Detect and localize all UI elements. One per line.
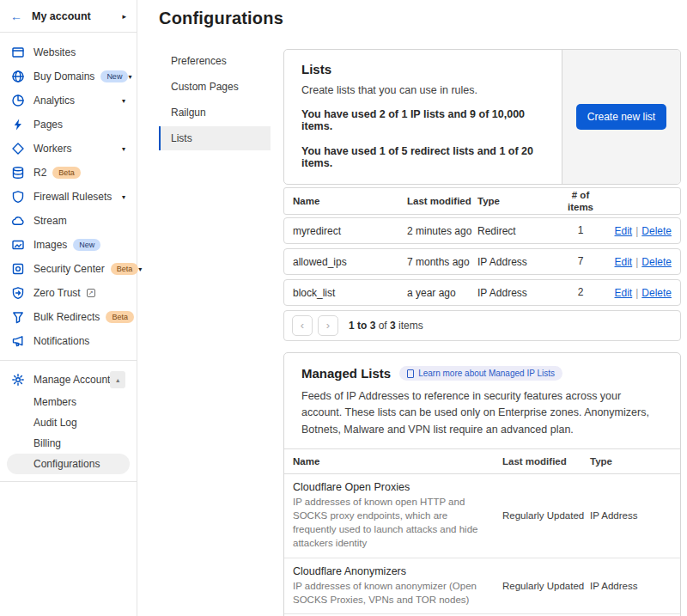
delete-link[interactable]: Delete (641, 256, 672, 268)
pages-icon (11, 118, 25, 131)
learn-more-link[interactable]: Learn more about Managed IP Lists (399, 366, 562, 381)
sidebar-item[interactable]: Stream (7, 209, 130, 233)
browser-icon (11, 46, 25, 59)
subnav-item[interactable]: Railgun (159, 101, 271, 125)
list-name: allowed_ips (284, 256, 407, 268)
edit-link[interactable]: Edit (615, 225, 633, 237)
redirect-lists-usage: You have used 1 of 5 redirect lists and … (301, 145, 544, 169)
account-header[interactable]: ← My account ▸ (0, 0, 137, 33)
sidebar-item[interactable]: Buy Domains New ▾ (7, 64, 130, 88)
ip-lists-usage: You have used 2 of 1 IP lists and 9 of 1… (301, 108, 544, 132)
chevron-right-icon[interactable]: ▸ (122, 12, 126, 21)
list-last-modified: 2 minutes ago (407, 225, 477, 237)
managed-list-description: IP addresses of known anonymizer (Open S… (293, 579, 490, 607)
lists-card-description: Create lists that you can use in rules. (301, 84, 544, 96)
column-header-name: Name (284, 456, 502, 467)
sidebar-item[interactable]: Zero Trust ↗ (7, 281, 130, 305)
sidebar-item[interactable]: Bulk Redirects Beta (7, 305, 130, 329)
managed-table-header: Name Last modified Type (284, 448, 680, 474)
table-row: allowed_ips 7 months ago IP Address 7 Ed… (283, 248, 681, 275)
list-item-count: 1 (560, 224, 601, 237)
delete-link[interactable]: Delete (641, 287, 672, 299)
column-header-last-modified: Last modified (502, 456, 590, 467)
back-arrow-icon[interactable]: ← (10, 9, 22, 23)
status-badge: New (73, 239, 100, 251)
lists-card-title: Lists (301, 62, 544, 76)
managed-list-name: Cloudflare Anonymizers (293, 565, 490, 577)
sidebar-item[interactable]: Pages (7, 113, 130, 137)
lists-overview-card: Lists Create lists that you can use in r… (283, 49, 681, 185)
column-header-item-count: # of items (560, 189, 601, 214)
sidebar-subitem[interactable]: Members (7, 392, 130, 412)
sidebar-item[interactable]: Websites (7, 40, 130, 64)
chevron-down-icon: ▾ (122, 193, 125, 201)
sidebar-item[interactable]: Security Center Beta ▾ (7, 257, 130, 281)
sidebar-item[interactable]: Workers ▾ (7, 137, 130, 161)
managed-list-name: Cloudflare Open Proxies (293, 481, 490, 493)
divider (0, 360, 137, 361)
main-content: Configurations Preferences Custom Pages (137, 0, 687, 616)
cloud-icon (11, 214, 25, 228)
create-new-list-button[interactable]: Create new list (576, 104, 666, 130)
divider (0, 481, 137, 482)
sidebar-item[interactable]: Analytics ▾ (7, 88, 130, 113)
lists-info: Lists Create lists that you can use in r… (284, 50, 562, 184)
managed-list-type: IP Address (590, 581, 680, 591)
subnav-item[interactable]: Preferences (159, 49, 271, 73)
list-type: IP Address (477, 256, 560, 268)
status-badge: New (100, 70, 128, 82)
sidebar: ← My account ▸ Websites (0, 0, 137, 616)
previous-page-button[interactable]: ‹ (292, 315, 313, 336)
subnav-item[interactable]: Custom Pages (159, 75, 271, 99)
next-page-button[interactable]: › (318, 315, 338, 336)
list-item-count: 7 (560, 255, 601, 268)
subnav-item[interactable]: Lists (159, 126, 271, 150)
chevron-down-icon: ▾ (122, 97, 125, 105)
managed-lists-description: Feeds of IP Addresses to reference in se… (301, 388, 663, 438)
sidebar-subitem[interactable]: Configurations (7, 454, 130, 474)
column-header-type: Type (590, 456, 680, 467)
table-row: block_list a year ago IP Address 2 Edit|… (283, 279, 681, 306)
analytics-icon (11, 94, 25, 107)
list-name: myredirect (284, 225, 407, 237)
status-badge: Beta (52, 167, 81, 179)
managed-lists-head: Managed Lists Learn more about Managed I… (284, 353, 680, 448)
external-link-icon: ↗ (87, 289, 95, 297)
app-window: ← My account ▸ Websites (0, 0, 687, 616)
list-last-modified: 7 months ago (407, 256, 477, 268)
column-header-name: Name (284, 196, 407, 206)
managed-lists-title: Managed Lists (301, 366, 391, 381)
column-header-last-modified: Last modified (407, 196, 477, 206)
account-title: My account (32, 10, 91, 22)
managed-list-last-modified: Regularly Updated (502, 581, 590, 591)
edit-link[interactable]: Edit (615, 287, 633, 299)
list-type: Redirect (477, 225, 560, 237)
delete-link[interactable]: Delete (641, 225, 672, 237)
sidebar-item[interactable]: R2 Beta (7, 161, 130, 185)
chevron-down-icon: ▾ (128, 73, 131, 81)
table-row: Cloudflare Open Proxies IP addresses of … (284, 474, 680, 557)
database-icon (11, 166, 25, 180)
page-title: Configurations (159, 9, 681, 28)
sidebar-item[interactable]: Firewall Rulesets ▾ (7, 185, 130, 209)
sidebar-item-manage-account[interactable]: Manage Account ▲ (7, 368, 130, 392)
collapse-button[interactable]: ▲ (110, 371, 125, 388)
edit-link[interactable]: Edit (615, 256, 633, 268)
sidebar-subitem[interactable]: Billing (7, 433, 130, 454)
lists-action-panel: Create new list (562, 50, 680, 184)
list-last-modified: a year ago (407, 287, 477, 299)
chevron-right-icon: › (326, 319, 330, 332)
sidebar-item[interactable]: Images New (7, 233, 130, 257)
managed-list-description: IP addresses of known open HTTP and SOCK… (293, 495, 490, 550)
sidebar-item[interactable]: Notifications (7, 329, 130, 353)
lists-table-header: Name Last modified Type # of items (283, 187, 681, 215)
sidebar-nav: Websites Buy Domains New ▾ (0, 33, 137, 482)
list-name: block_list (284, 287, 407, 299)
list-type: IP Address (477, 287, 560, 299)
lists-table-body: myredirect 2 minutes ago Redirect 1 Edit… (283, 217, 681, 306)
globe-icon (11, 70, 25, 83)
workers-icon (11, 142, 25, 156)
sidebar-subitem[interactable]: Audit Log (7, 412, 130, 433)
managed-list-type: IP Address (590, 510, 680, 521)
column-header-type: Type (477, 196, 560, 206)
